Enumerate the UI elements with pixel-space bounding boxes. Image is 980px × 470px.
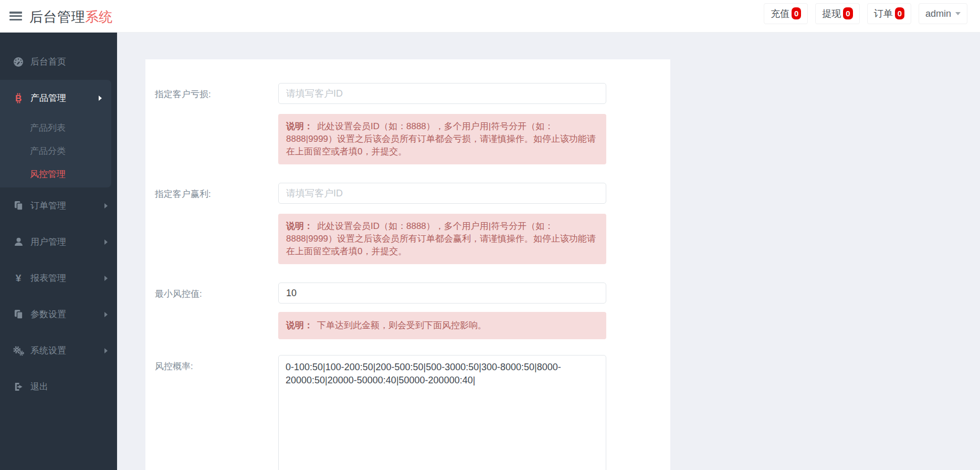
- field-label: 最小风控值:: [145, 283, 278, 339]
- hamburger-icon[interactable]: [9, 12, 22, 21]
- chevron-right-icon: [104, 312, 108, 317]
- bitcoin-icon: B: [12, 93, 25, 103]
- sidebar-item-order-management[interactable]: 订单管理: [0, 187, 117, 224]
- note-bold-prefix: 说明：: [286, 221, 313, 231]
- field-label: 指定客户亏损:: [145, 83, 278, 164]
- chevron-right-icon: [104, 203, 108, 208]
- svg-text:B: B: [15, 93, 22, 103]
- order-count-badge: 0: [895, 7, 904, 19]
- sidebar-item-label: 参数设置: [30, 308, 66, 320]
- sidebar-item-label: 后台首页: [30, 56, 66, 68]
- form-row-loss-customer: 指定客户亏损: 说明：此处设置会员ID（如：8888），多个用户用|符号分开（如…: [145, 83, 670, 164]
- order-stat-button[interactable]: 订单 0: [867, 3, 911, 24]
- sidebar-item-label: 产品管理: [30, 92, 66, 104]
- title-accent: 系统: [85, 9, 113, 25]
- chevron-right-icon: [104, 348, 108, 353]
- chevron-right-icon: [99, 96, 102, 101]
- sidebar-item-user-management[interactable]: 用户管理: [0, 224, 117, 260]
- note-bold-prefix: 说明：: [286, 121, 313, 131]
- header-right-cluster: 充值 0 提现 0 订单 0 admin: [764, 3, 967, 24]
- win-customer-id-input[interactable]: [278, 183, 606, 204]
- sidebar-item-report-management[interactable]: ¥ 报表管理: [0, 260, 117, 296]
- recharge-stat-button[interactable]: 充值 0: [764, 3, 808, 24]
- sidebar-item-label: 退出: [30, 381, 48, 393]
- note-text: 下单达到此金额，则会受到下面风控影响。: [317, 320, 487, 330]
- page-title: 后台管理系统: [29, 8, 113, 26]
- recharge-count-badge: 0: [792, 7, 801, 19]
- min-risk-value-input[interactable]: [278, 283, 606, 304]
- sidebar-group-products: B 产品管理 产品列表 产品分类 风控管理: [0, 80, 111, 187]
- sidebar-item-label: 订单管理: [30, 200, 66, 212]
- username: admin: [925, 8, 951, 19]
- user-icon: [12, 237, 25, 247]
- sidebar-subitem-risk-management[interactable]: 风控管理: [0, 162, 111, 185]
- note-bold-prefix: 说明：: [286, 320, 313, 330]
- title-dark: 后台管理: [29, 9, 85, 25]
- sidebar-item-logout[interactable]: 退出: [0, 369, 117, 405]
- dashboard-icon: [12, 57, 25, 67]
- sidebar-item-label: 用户管理: [30, 236, 66, 248]
- note-text: 此处设置会员ID（如：8888），多个用户用|符号分开（如：8888|9999）…: [286, 221, 596, 256]
- win-note-alert: 说明：此处设置会员ID（如：8888），多个用户用|符号分开（如：8888|99…: [278, 214, 606, 264]
- sidebar-item-label: 系统设置: [30, 344, 66, 357]
- yen-icon: ¥: [12, 273, 25, 284]
- sidebar-subitem-product-list[interactable]: 产品列表: [0, 116, 111, 139]
- form-row-win-customer: 指定客户赢利: 说明：此处设置会员ID（如：8888），多个用户用|符号分开（如…: [145, 183, 670, 264]
- sidebar-item-product-management[interactable]: B 产品管理: [0, 80, 111, 116]
- field-label: 风控概率:: [145, 355, 278, 470]
- signout-icon: [12, 382, 25, 392]
- form-row-min-risk-value: 最小风控值: 说明：下单达到此金额，则会受到下面风控影响。: [145, 283, 670, 339]
- top-header: 后台管理系统 充值 0 提现 0 订单 0 admin: [0, 0, 980, 33]
- form-row-risk-probability: 风控概率: 0-100:50|100-200:50|200-500:50|500…: [145, 355, 670, 470]
- chevron-down-icon: [955, 12, 961, 15]
- note-text: 此处设置会员ID（如：8888），多个用户用|符号分开（如：8888|9999）…: [286, 121, 596, 156]
- withdraw-stat-button[interactable]: 提现 0: [815, 3, 859, 24]
- sidebar-item-home[interactable]: 后台首页: [0, 44, 117, 80]
- sidebar: 后台首页 B 产品管理 产品列表 产品分类 风控管理: [0, 33, 117, 470]
- chevron-right-icon: [104, 276, 108, 281]
- min-risk-note-alert: 说明：下单达到此金额，则会受到下面风控影响。: [278, 312, 606, 339]
- main-content: 指定客户亏损: 说明：此处设置会员ID（如：8888），多个用户用|符号分开（如…: [117, 33, 980, 470]
- risk-settings-form-card: 指定客户亏损: 说明：此处设置会员ID（如：8888），多个用户用|符号分开（如…: [145, 59, 670, 470]
- chevron-right-icon: [104, 239, 108, 245]
- withdraw-count-badge: 0: [843, 7, 852, 19]
- sidebar-item-label: 报表管理: [30, 272, 66, 284]
- recharge-label: 充值: [771, 7, 789, 20]
- loss-note-alert: 说明：此处设置会员ID（如：8888），多个用户用|符号分开（如：8888|99…: [278, 114, 606, 164]
- field-label: 指定客户赢利:: [145, 183, 278, 264]
- loss-customer-id-input[interactable]: [278, 83, 606, 104]
- sidebar-item-system-settings[interactable]: 系统设置: [0, 332, 117, 369]
- copy-icon: [12, 309, 25, 319]
- withdraw-label: 提现: [822, 7, 841, 20]
- copy-icon: [12, 201, 25, 211]
- cogs-icon: [12, 346, 25, 356]
- risk-probability-textarea[interactable]: 0-100:50|100-200:50|200-500:50|500-3000:…: [278, 355, 606, 470]
- sidebar-subitem-product-category[interactable]: 产品分类: [0, 139, 111, 162]
- user-menu-button[interactable]: admin: [919, 3, 967, 24]
- order-label: 订单: [874, 7, 893, 20]
- sidebar-item-parameter-settings[interactable]: 参数设置: [0, 296, 117, 332]
